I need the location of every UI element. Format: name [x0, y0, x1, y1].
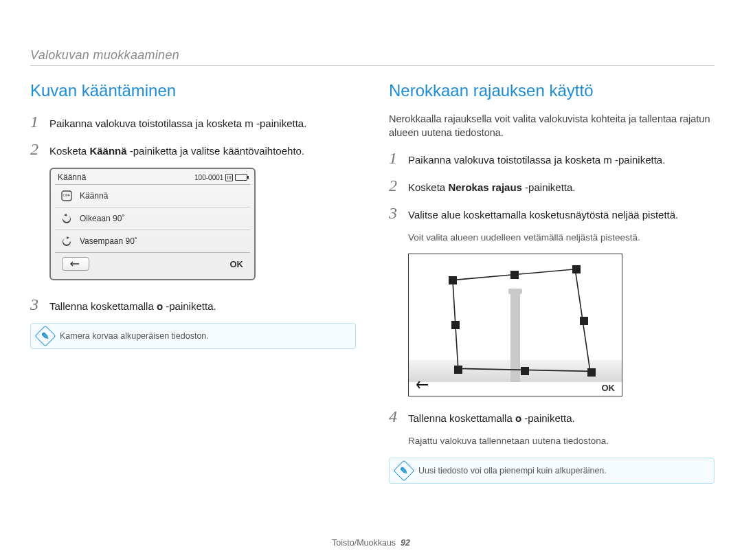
step-3: 3 Tallenna koskettamalla o -painiketta.: [30, 295, 356, 314]
step-text: Paikanna valokuva toistotilassa ja koske…: [49, 117, 306, 131]
text: Kosketa: [49, 145, 89, 157]
info-box: ✎ Kamera korvaa alkuperäisen tiedoston.: [30, 323, 356, 349]
sd-icon: III: [225, 174, 233, 181]
step-number: 1: [30, 113, 43, 131]
step-text: Kosketa Nerokas rajaus -painiketta.: [408, 181, 576, 194]
text-bold: Nerokas rajaus: [448, 181, 522, 193]
ok-button[interactable]: OK: [602, 383, 616, 393]
step-text: Valitse alue koskettamalla kosketusnäytö…: [408, 208, 678, 222]
crop-mid-handle[interactable]: [580, 317, 588, 325]
page-footer: Toisto/Muokkaus 92: [0, 538, 742, 548]
crop-mid-handle[interactable]: [451, 321, 460, 329]
rotate-ui-footer: OK: [55, 252, 250, 275]
step-number: 1: [389, 149, 401, 168]
text: -painiketta.: [163, 300, 216, 312]
right-title: Nerokkaan rajauksen käyttö: [389, 81, 715, 100]
back-button[interactable]: [62, 257, 89, 271]
crop-handle[interactable]: [572, 265, 581, 273]
step-number: 2: [30, 140, 43, 159]
left-column: Kuvan kääntäminen 1 Paikanna valokuva to…: [30, 81, 356, 484]
step-number: 2: [389, 177, 401, 195]
step-subtext: Voit valita alueen uudelleen vetämällä n…: [408, 232, 715, 244]
info-icon: ✎: [34, 325, 56, 346]
rotate-option-label: Oikeaan 90˚: [80, 214, 124, 223]
svg-text:OFF: OFF: [63, 193, 70, 197]
page-number: 92: [401, 538, 410, 548]
page: Valokuvan muokkaaminen Kuvan kääntäminen…: [0, 0, 742, 497]
ok-button[interactable]: OK: [230, 259, 244, 269]
step-number: 3: [389, 204, 401, 223]
rotate-off-icon: OFF: [60, 190, 73, 202]
smart-crop-diagram: OK: [408, 254, 622, 396]
text-bold: o: [157, 300, 163, 312]
step-2: 2 Kosketa Nerokas rajaus -painiketta.: [389, 177, 715, 195]
right-intro: Nerokkaalla rajauksella voit valita valo…: [389, 113, 715, 139]
crop-mid-handle[interactable]: [510, 271, 519, 279]
back-arrow-icon: [416, 380, 431, 390]
text: Tallenna koskettamalla: [49, 300, 157, 312]
rotate-option-left[interactable]: Vasempaan 90˚: [55, 230, 250, 252]
info-text: Kamera korvaa alkuperäisen tiedoston.: [60, 331, 209, 341]
step-text: Tallenna koskettamalla o -painiketta.: [408, 412, 575, 425]
footer-text: Toisto/Muokkaus: [332, 538, 396, 548]
text: -painiketta ja valitse kääntövaihtoehto.: [127, 145, 305, 157]
section-header: Valokuvan muokkaaminen: [30, 48, 715, 66]
rotate-ui-mock: Käännä 100-0001 III OFF Käännä: [49, 168, 256, 280]
text: -painiketta.: [521, 412, 575, 424]
step-4: 4 Tallenna koskettamalla o -painiketta.: [389, 407, 715, 426]
text: Kosketa: [408, 181, 448, 193]
left-title: Kuvan kääntäminen: [30, 81, 356, 100]
rotate-option-label: Vasempaan 90˚: [80, 236, 137, 246]
step-2: 2 Kosketa Käännä -painiketta ja valitse …: [30, 140, 356, 159]
rotate-right-icon: [60, 212, 73, 225]
info-box: ✎ Uusi tiedosto voi olla pienempi kuin a…: [389, 458, 715, 484]
battery-icon: [235, 174, 247, 181]
step-text: Paikanna valokuva toistotilassa ja koske…: [408, 153, 665, 167]
svg-marker-2: [453, 269, 590, 372]
rotate-ui-title: Käännä: [58, 172, 86, 182]
rotate-option-list: OFF Käännä Oikeaan 90˚ Va: [55, 184, 250, 252]
text-bold: Käännä: [89, 145, 126, 157]
rotate-option-right[interactable]: Oikeaan 90˚: [55, 208, 250, 230]
info-icon: ✎: [393, 460, 414, 481]
back-arrow-icon: [70, 260, 81, 267]
image-counter: 100-0001: [194, 174, 223, 181]
step-number: 3: [30, 295, 43, 314]
info-text: Uusi tiedosto voi olla pienempi kuin alk…: [418, 466, 607, 475]
step-text: Kosketa Käännä -painiketta ja valitse kä…: [49, 144, 304, 158]
step-text: Tallenna koskettamalla o -painiketta.: [49, 300, 216, 313]
text-bold: o: [515, 412, 521, 424]
crop-handle[interactable]: [449, 276, 457, 284]
crop-handle[interactable]: [454, 366, 462, 374]
step-1: 1 Paikanna valokuva toistotilassa ja kos…: [389, 149, 715, 168]
rotate-option-off[interactable]: OFF Käännä: [55, 185, 250, 208]
crop-mid-handle[interactable]: [521, 367, 529, 375]
step-3: 3 Valitse alue koskettamalla kosketusnäy…: [389, 204, 715, 223]
rotate-option-label: Käännä: [80, 191, 108, 201]
rotate-ui-status: 100-0001 III: [194, 174, 247, 181]
crop-handle[interactable]: [587, 368, 596, 377]
step-1: 1 Paikanna valokuva toistotilassa ja kos…: [30, 113, 356, 131]
text: -painiketta.: [522, 181, 576, 193]
step-subtext: Rajattu valokuva tallennetaan uutena tie…: [408, 435, 715, 447]
back-button[interactable]: [416, 379, 431, 393]
text: Tallenna koskettamalla: [408, 412, 515, 424]
right-column: Nerokkaan rajauksen käyttö Nerokkaalla r…: [389, 81, 715, 484]
columns: Kuvan kääntäminen 1 Paikanna valokuva to…: [30, 81, 715, 484]
rotate-ui-header: Käännä 100-0001 III: [51, 169, 254, 184]
rotate-left-icon: [60, 235, 73, 247]
step-number: 4: [389, 407, 401, 426]
